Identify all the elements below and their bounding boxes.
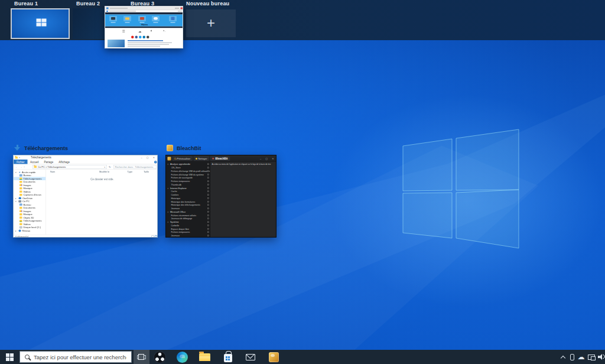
- nav-item[interactable]: ▸Réseau: [14, 229, 46, 233]
- start-button[interactable]: [0, 350, 19, 364]
- nav-arrows[interactable]: ←→↑: [15, 165, 27, 168]
- checkbox[interactable]: [207, 218, 209, 220]
- bleachbit-icon: [167, 145, 173, 151]
- bleachbit-logo-icon[interactable]: [168, 157, 171, 160]
- window-label-downloads: Téléchargements: [14, 145, 68, 151]
- checkbox[interactable]: [207, 170, 209, 172]
- window-controls[interactable]: – ▢ ✕: [260, 157, 276, 160]
- explorer-search-input[interactable]: Rechercher dans : Téléchargements: [113, 165, 157, 169]
- cleaner-tree: ▾Analyse approfondie .DS_Store Fichiers …: [166, 162, 210, 238]
- taskbar-search[interactable]: [19, 351, 132, 363]
- abort-button[interactable]: Abandonner: [210, 157, 230, 161]
- taskbar-icon-mail[interactable]: [242, 350, 259, 364]
- ribbon-tabs: Fichier Accueil Partage Affichage ?: [14, 160, 158, 164]
- checkbox[interactable]: [207, 225, 209, 226]
- window-thumbnail-bleachbit[interactable]: Prévisualiser Nettoyer Abandonner Bleach…: [165, 155, 277, 238]
- explorer-titlebar: ▾ Téléchargements – ▢ ✕: [14, 155, 158, 160]
- clean-button[interactable]: Nettoyer: [194, 157, 209, 161]
- checkbox[interactable]: [207, 191, 209, 193]
- checkbox[interactable]: [207, 235, 209, 236]
- folder-icon: [19, 207, 22, 209]
- obs-icon: [154, 352, 165, 363]
- tab-affichage[interactable]: Affichage: [56, 160, 73, 164]
- folder-icon: [19, 181, 22, 183]
- taskbar-icon-store[interactable]: [219, 350, 237, 364]
- checkbox[interactable]: [207, 207, 209, 209]
- menu-icon: ☰: [122, 30, 125, 34]
- drive-icon: [19, 226, 22, 229]
- network-icon: [19, 229, 21, 232]
- tray-volume[interactable]: [597, 350, 605, 364]
- tree-item[interactable]: Journaux: [166, 234, 210, 238]
- preview-button[interactable]: Prévisualiser: [173, 157, 192, 161]
- folder-icon: [34, 166, 37, 168]
- view-toggle-buttons[interactable]: [152, 236, 158, 238]
- task-view-icon: [137, 353, 146, 361]
- tab-partage[interactable]: Partage: [41, 160, 56, 164]
- checkbox[interactable]: [207, 197, 209, 199]
- bleachbit-icon: [269, 352, 279, 362]
- list-view-icon: [152, 236, 154, 238]
- taskbar-icon-edge[interactable]: [173, 350, 191, 364]
- tray-show-hidden-icons[interactable]: [559, 350, 567, 364]
- desktop-thumbnail-1[interactable]: [11, 8, 70, 39]
- help-icon[interactable]: ?: [154, 161, 157, 164]
- tab-accueil[interactable]: Accueil: [28, 160, 42, 164]
- checkbox[interactable]: [207, 164, 209, 165]
- item-count: 0 élément(s): [15, 235, 28, 238]
- checkbox[interactable]: [207, 177, 209, 179]
- site-feature-icons: ☰ ☁ ➤ >_: [105, 28, 183, 35]
- site-banner: Hbtea: [105, 15, 183, 27]
- close-icon: [181, 8, 183, 9]
- checkbox[interactable]: [207, 184, 209, 186]
- taskbar-icon-explorer[interactable]: [196, 350, 213, 364]
- checkbox[interactable]: [207, 211, 209, 213]
- checkbox[interactable]: [207, 232, 209, 233]
- tray-phone[interactable]: [568, 350, 576, 364]
- new-desktop-button[interactable]: +: [186, 9, 236, 37]
- checkbox[interactable]: [207, 204, 209, 206]
- folder-icon: [15, 157, 18, 159]
- article-image: [108, 40, 125, 47]
- taskbar-icon-obs[interactable]: [151, 350, 168, 364]
- site-title: Hbtea: [105, 23, 183, 26]
- sparkle-icon: [196, 158, 197, 160]
- window-thumbnail-explorer[interactable]: ▾ Téléchargements – ▢ ✕ Fichier Accueil …: [13, 155, 158, 238]
- checkbox[interactable]: [207, 214, 209, 216]
- task-view-button[interactable]: [134, 350, 149, 364]
- linkedin-icon: [143, 36, 146, 39]
- hint-message: Accédez au menu de l'application en cliq…: [212, 163, 271, 165]
- download-icon: [14, 145, 21, 151]
- folder-icon: [19, 217, 22, 219]
- taskbar-icon-bleachbit[interactable]: [265, 350, 282, 364]
- youtube-icon: [131, 36, 134, 39]
- downloads-folder-icon: [19, 178, 22, 180]
- browser-addressbar: [105, 10, 183, 12]
- tray-onedrive[interactable]: ☁: [577, 350, 586, 364]
- refresh-icon[interactable]: ↻: [109, 165, 111, 168]
- empty-folder-message: Ce dossier est vide.: [90, 178, 114, 181]
- chevron-down-icon: ∨: [104, 165, 106, 168]
- tab-fichier[interactable]: Fichier: [14, 160, 28, 164]
- phone-icon: [570, 354, 574, 360]
- address-input[interactable]: Ce PC > Téléchargements ∨: [32, 165, 107, 169]
- tray-network[interactable]: [586, 350, 596, 364]
- folder-icon: [19, 213, 22, 216]
- desktop-label-1: Bureau 1: [14, 1, 38, 6]
- checkbox[interactable]: [207, 187, 209, 189]
- desktop-label-3: Bureau 3: [131, 1, 154, 6]
- task-view-bar: Bureau 1 Bureau 2 Bureau 3 Nouveau burea…: [0, 0, 605, 40]
- search-input[interactable]: [34, 354, 126, 360]
- explorer-statusbar: 0 élément(s): [14, 235, 158, 238]
- window-title: Téléchargements: [31, 156, 51, 159]
- desktop-thumbnail-3-preview[interactable]: Hbtea ☰ ☁ ➤ >_: [105, 6, 183, 48]
- checkbox[interactable]: [207, 221, 209, 223]
- column-headers[interactable]: Nom Modifié le Type Taille: [46, 170, 158, 174]
- checkbox[interactable]: [207, 194, 209, 196]
- checkbox[interactable]: [207, 201, 209, 203]
- desktop-icon: [19, 204, 22, 206]
- checkbox[interactable]: [207, 228, 209, 230]
- checkbox[interactable]: [207, 174, 209, 176]
- checkbox[interactable]: [207, 180, 209, 182]
- checkbox[interactable]: [207, 167, 209, 168]
